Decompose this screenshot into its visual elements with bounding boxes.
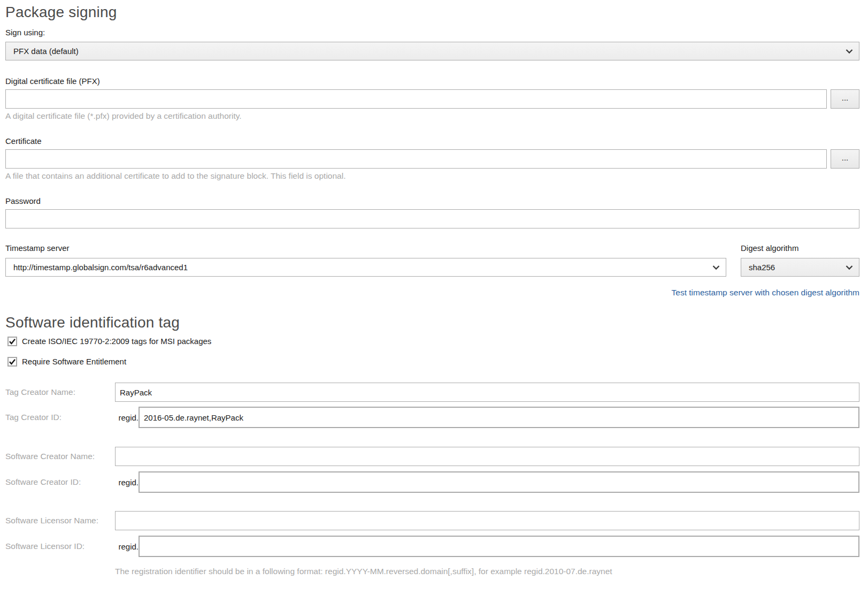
software-creator-name-row: Software Creator Name: xyxy=(5,447,859,466)
checkmark-icon xyxy=(9,359,16,365)
software-licensor-name-row: Software Licensor Name: xyxy=(5,511,859,530)
certificate-row: ... xyxy=(5,149,859,169)
digest-algorithm-label: Digest algorithm xyxy=(741,243,859,254)
package-signing-heading: Package signing xyxy=(5,0,859,22)
pfx-file-input[interactable] xyxy=(5,89,827,109)
software-licensor-id-label: Software Licensor ID: xyxy=(5,542,115,551)
password-label: Password xyxy=(5,196,859,207)
pfx-browse-button[interactable]: ... xyxy=(831,89,859,109)
test-timestamp-link-row: Test timestamp server with chosen digest… xyxy=(5,288,859,298)
software-creator-id-input[interactable] xyxy=(139,471,859,493)
certificate-label: Certificate xyxy=(5,136,859,147)
chevron-down-icon xyxy=(846,49,853,54)
create-iso-tags-checkbox[interactable] xyxy=(7,337,17,346)
create-iso-tags-label: Create ISO/IEC 19770-2:2009 tags for MSI… xyxy=(22,336,211,347)
timestamp-server-label: Timestamp server xyxy=(5,243,726,254)
certificate-browse-button[interactable]: ... xyxy=(831,149,859,169)
timestamp-server-combobox[interactable]: http://timestamp.globalsign.com/tsa/r6ad… xyxy=(5,258,726,277)
software-creator-id-row: Software Creator ID: regid. xyxy=(5,471,859,493)
checkmark-icon xyxy=(9,339,16,345)
certificate-input[interactable] xyxy=(5,149,827,169)
software-licensor-name-input[interactable] xyxy=(115,511,859,530)
pfx-file-hint: A digital certificate file (*.pfx) provi… xyxy=(5,110,859,122)
sign-using-select[interactable]: PFX data (default) xyxy=(5,42,859,60)
software-creator-name-input[interactable] xyxy=(115,447,859,466)
pfx-file-label: Digital certificate file (PFX) xyxy=(5,76,859,87)
tag-creator-id-row: Tag Creator ID: regid. xyxy=(5,407,859,428)
regid-prefix: regid. xyxy=(115,542,139,551)
chevron-down-icon xyxy=(712,265,720,270)
digest-algorithm-selected-value: sha256 xyxy=(749,263,775,272)
create-iso-tags-checkbox-row[interactable]: Create ISO/IEC 19770-2:2009 tags for MSI… xyxy=(5,336,859,347)
sign-using-selected-value: PFX data (default) xyxy=(13,47,79,56)
software-licensor-name-label: Software Licensor Name: xyxy=(5,516,115,525)
require-entitlement-checkbox-row[interactable]: Require Software Entitlement xyxy=(5,356,859,367)
timestamp-server-value: http://timestamp.globalsign.com/tsa/r6ad… xyxy=(13,263,188,272)
regid-format-hint: The registration identifier should be in… xyxy=(5,566,859,577)
password-input[interactable] xyxy=(5,209,859,228)
tag-creator-id-input[interactable] xyxy=(139,407,859,428)
tag-creator-id-label: Tag Creator ID: xyxy=(5,413,115,422)
tag-creator-name-input[interactable] xyxy=(115,383,859,402)
package-signing-page: Package signing Sign using: PFX data (de… xyxy=(0,0,868,577)
software-id-tag-heading: Software identification tag xyxy=(5,312,859,333)
chevron-down-icon xyxy=(846,265,853,270)
regid-prefix: regid. xyxy=(115,413,139,422)
software-licensor-id-row: Software Licensor ID: regid. xyxy=(5,536,859,557)
digest-algorithm-select[interactable]: sha256 xyxy=(741,258,859,277)
sign-using-label: Sign using: xyxy=(5,27,859,38)
timestamp-digest-row: Timestamp server http://timestamp.global… xyxy=(5,243,859,277)
software-creator-id-label: Software Creator ID: xyxy=(5,477,115,487)
tag-creator-name-label: Tag Creator Name: xyxy=(5,387,115,397)
certificate-hint: A file that contains an additional certi… xyxy=(5,170,859,182)
software-creator-name-label: Software Creator Name: xyxy=(5,452,115,461)
pfx-file-row: ... xyxy=(5,89,859,109)
test-timestamp-link[interactable]: Test timestamp server with chosen digest… xyxy=(672,288,859,297)
tag-fields-grid: Tag Creator Name: Tag Creator ID: regid.… xyxy=(5,383,859,557)
software-licensor-id-input[interactable] xyxy=(139,536,859,557)
require-entitlement-label: Require Software Entitlement xyxy=(22,356,126,367)
tag-creator-name-row: Tag Creator Name: xyxy=(5,383,859,402)
regid-prefix: regid. xyxy=(115,478,139,487)
require-entitlement-checkbox[interactable] xyxy=(7,357,17,367)
